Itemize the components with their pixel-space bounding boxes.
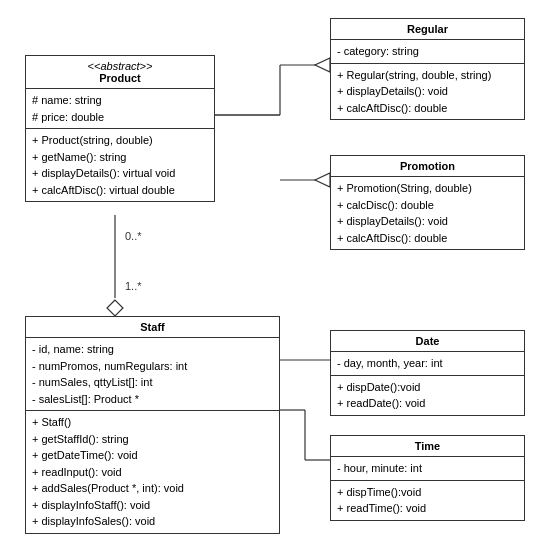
product-attributes: # name: string # price: double: [26, 89, 214, 129]
product-stereotype: <<abstract>>: [32, 60, 208, 72]
staff-header: Staff: [26, 317, 279, 338]
promotion-classname: Promotion: [337, 160, 518, 172]
svg-marker-9: [107, 300, 123, 316]
promotion-header: Promotion: [331, 156, 524, 177]
staff-methods: + Staff() + getStaffId(): string + getDa…: [26, 411, 279, 533]
regular-classname: Regular: [337, 23, 518, 35]
svg-marker-3: [315, 58, 330, 72]
regular-methods: + Regular(string, double, string) + disp…: [331, 64, 524, 120]
date-header: Date: [331, 331, 524, 352]
date-attributes: - day, month, year: int: [331, 352, 524, 376]
product-classname: Product: [32, 72, 208, 84]
time-methods: + dispTime():void + readTime(): void: [331, 481, 524, 520]
time-class: Time - hour, minute: int + dispTime():vo…: [330, 435, 525, 521]
product-header: <<abstract>> Product: [26, 56, 214, 89]
multiplicity-bottom-label: 1..*: [125, 280, 142, 292]
time-attributes: - hour, minute: int: [331, 457, 524, 481]
multiplicity-top-label: 0..*: [125, 230, 142, 242]
svg-marker-6: [315, 173, 330, 187]
regular-header: Regular: [331, 19, 524, 40]
date-methods: + dispDate():void + readDate(): void: [331, 376, 524, 415]
promotion-class: Promotion + Promotion(String, double) + …: [330, 155, 525, 250]
promotion-methods: + Promotion(String, double) + calcDisc()…: [331, 177, 524, 249]
staff-classname: Staff: [32, 321, 273, 333]
date-class: Date - day, month, year: int + dispDate(…: [330, 330, 525, 416]
regular-attributes: - category: string: [331, 40, 524, 64]
staff-class: Staff - id, name: string - numPromos, nu…: [25, 316, 280, 534]
date-classname: Date: [337, 335, 518, 347]
time-header: Time: [331, 436, 524, 457]
staff-attributes: - id, name: string - numPromos, numRegul…: [26, 338, 279, 411]
uml-diagram: 0..* 1..* <<abstract>> Product # name: s…: [0, 0, 536, 552]
product-methods: + Product(string, double) + getName(): s…: [26, 129, 214, 201]
time-classname: Time: [337, 440, 518, 452]
regular-class: Regular - category: string + Regular(str…: [330, 18, 525, 120]
product-class: <<abstract>> Product # name: string # pr…: [25, 55, 215, 202]
